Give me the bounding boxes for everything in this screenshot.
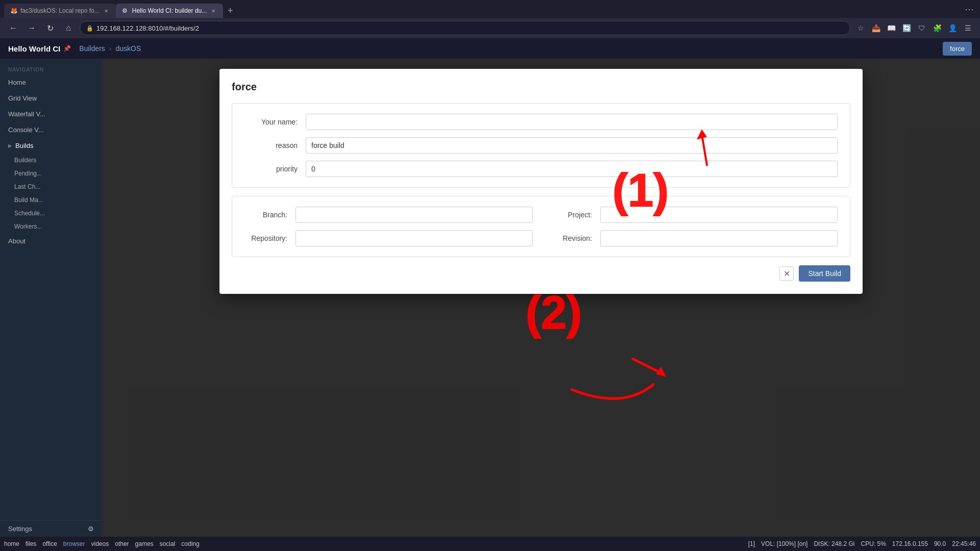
reason-input[interactable] (306, 137, 838, 154)
sidebar-item-build-ma[interactable]: Build Ma... (0, 193, 102, 207)
tab-favicon-1: 🦊 (10, 7, 17, 14)
menu-icon[interactable]: ☰ (962, 22, 974, 34)
sidebar-item-console[interactable]: Console V... (0, 122, 102, 138)
sidebar-label-builders: Builders (14, 157, 36, 164)
breadcrumb-project[interactable]: duskOS (116, 44, 141, 53)
bookmark-icon[interactable]: ☆ (854, 22, 867, 34)
modal-backdrop: force Your name: reason priority (102, 59, 980, 537)
taskbar-cpu: CPU: 5% (861, 540, 886, 547)
url-text: 192.168.122.128:8010/#/builders/2 (96, 24, 199, 32)
form-grid-row-repository: Repository: (244, 230, 533, 246)
sidebar-label-schedule: Schedule... (14, 210, 45, 217)
start-build-button[interactable]: Start Build (799, 265, 850, 282)
your-name-input[interactable] (306, 114, 838, 130)
taskbar-files[interactable]: files (26, 540, 36, 547)
nav-section-label: NAVIGATION (0, 63, 102, 74)
taskbar-coding[interactable]: coding (181, 540, 199, 547)
home-nav-button[interactable]: ⌂ (61, 21, 76, 35)
sidebar-bottom: Settings ⚙ (0, 520, 102, 537)
builds-chevron: ▶ (8, 143, 12, 148)
form-section-build: Branch: Project: Repository: (232, 196, 850, 257)
address-bar[interactable]: 🔒 192.168.122.128:8010/#/builders/2 (80, 21, 850, 35)
form-section-basic: Your name: reason priority (232, 103, 850, 188)
sidebar-item-pending[interactable]: Pending... (0, 167, 102, 180)
force-button[interactable]: force (943, 42, 972, 56)
cancel-button[interactable]: ✕ (779, 266, 794, 281)
taskbar-home[interactable]: home (4, 540, 19, 547)
sidebar-item-about[interactable]: About (0, 233, 102, 249)
reason-label: reason (244, 141, 306, 149)
reader-icon[interactable]: 📖 (885, 22, 897, 34)
breadcrumb: Builders › duskOS (79, 44, 935, 53)
sidebar-item-last-ch[interactable]: Last Ch... (0, 180, 102, 193)
back-button[interactable]: ← (6, 21, 20, 35)
browser-titlebar: 🦊 fac3/duskOS: Local repo fo... ✕ ⚙ Hell… (0, 0, 980, 18)
branch-label: Branch: (244, 211, 296, 219)
force-modal: force Your name: reason priority (219, 69, 863, 294)
taskbar-vol: VOL: [100%] [on] (761, 540, 807, 547)
taskbar-right: [1] VOL: [100%] [on] DISK: 248.2 Gi CPU:… (748, 540, 976, 547)
sidebar-label-pending: Pending... (14, 170, 42, 177)
sidebar-settings[interactable]: Settings ⚙ (0, 521, 102, 537)
tab-active-2[interactable]: ⚙ Hello World CI: builder du... ✕ (116, 4, 224, 18)
sidebar-label-workers: Workers... (14, 223, 42, 230)
taskbar-social[interactable]: social (160, 540, 176, 547)
taskbar-office[interactable]: office (42, 540, 57, 547)
priority-label: priority (244, 165, 306, 173)
sidebar-item-workers[interactable]: Workers... (0, 220, 102, 233)
form-grid-row-revision: Revision: (549, 230, 838, 246)
tab-close-2[interactable]: ✕ (210, 7, 217, 14)
project-input[interactable] (600, 207, 838, 223)
priority-input[interactable] (306, 161, 838, 177)
form-grid-row-branch: Branch: (244, 207, 533, 223)
your-name-label: Your name: (244, 118, 306, 126)
forward-button[interactable]: → (24, 21, 39, 35)
modal-title: force (232, 81, 850, 93)
taskbar-brightness: 90.0 (934, 540, 946, 547)
pocket-icon[interactable]: 📥 (870, 22, 882, 34)
sidebar-item-waterfall[interactable]: Waterfall V... (0, 106, 102, 122)
sidebar-item-grid-view[interactable]: Grid View (0, 90, 102, 106)
app-header: Hello World CI 📌 Builders › duskOS force (0, 38, 980, 59)
branch-input[interactable] (296, 207, 533, 223)
sidebar-item-builders[interactable]: Builders (0, 154, 102, 167)
revision-input[interactable] (600, 230, 838, 246)
sync-icon[interactable]: 🔄 (900, 22, 913, 34)
extension-icon[interactable]: 🧩 (931, 22, 943, 34)
new-tab-button[interactable]: + (223, 4, 237, 18)
taskbar-disk: DISK: 248.2 Gi (814, 540, 854, 547)
sidebar-item-home[interactable]: Home (0, 74, 102, 90)
breadcrumb-separator: › (109, 44, 112, 53)
revision-label: Revision: (549, 234, 600, 242)
sidebar-item-builds[interactable]: ▶ Builds (0, 138, 102, 154)
sidebar-label-waterfall: Waterfall V... (8, 110, 45, 118)
project-label: Project: (549, 211, 600, 219)
form-row-priority: priority (244, 161, 838, 177)
app-title-text: Hello World CI (8, 44, 60, 53)
sidebar-label-build-ma: Build Ma... (14, 196, 43, 204)
tab-close-1[interactable]: ✕ (103, 7, 110, 14)
breadcrumb-builders[interactable]: Builders (79, 44, 105, 53)
tab-favicon-2: ⚙ (122, 7, 129, 14)
profile-icon[interactable]: 👤 (946, 22, 959, 34)
pin-icon: 📌 (63, 45, 71, 52)
repository-input[interactable] (296, 230, 533, 246)
taskbar-workspace: [1] (748, 540, 755, 547)
reload-button[interactable]: ↻ (43, 21, 57, 35)
taskbar-left: home files office browser videos other g… (4, 540, 200, 547)
sidebar-label-grid-view: Grid View (8, 94, 37, 102)
taskbar-other[interactable]: other (115, 540, 129, 547)
nav-icons: ☆ 📥 📖 🔄 🛡 🧩 👤 ☰ (854, 22, 974, 34)
settings-icon: ⚙ (88, 525, 94, 533)
browser-tabs: 🦊 fac3/duskOS: Local repo fo... ✕ ⚙ Hell… (4, 0, 961, 18)
taskbar-videos[interactable]: videos (91, 540, 109, 547)
tab-inactive-1[interactable]: 🦊 fac3/duskOS: Local repo fo... ✕ (4, 4, 116, 18)
taskbar-ip: 172.16.0.155 (892, 540, 928, 547)
taskbar-time: 22:45:46 (952, 540, 976, 547)
sidebar-item-schedule[interactable]: Schedule... (0, 207, 102, 220)
taskbar-games[interactable]: games (135, 540, 154, 547)
repository-label: Repository: (244, 234, 296, 242)
sidebar-label-console: Console V... (8, 126, 44, 134)
taskbar-browser[interactable]: browser (63, 540, 85, 547)
shield-icon[interactable]: 🛡 (916, 22, 928, 34)
